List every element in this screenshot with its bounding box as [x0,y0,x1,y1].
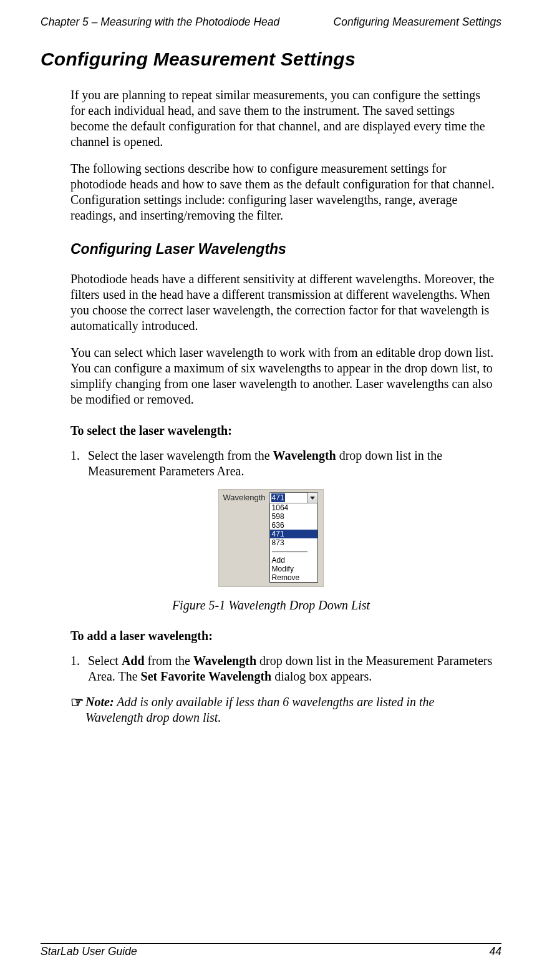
note-block: ☞ Note: Add is only available if less th… [70,694,495,725]
step-text-bold: Wavelength [273,449,336,462]
wavelength-action-add[interactable]: Add [270,556,317,565]
intro-paragraph-1: If you are planning to repeat similar me… [70,87,495,150]
note-body: Add is only available if less than 6 wav… [85,695,434,724]
pointing-hand-icon: ☞ [70,695,84,726]
step-text-bold: Wavelength [193,654,256,667]
section-title: Configuring Measurement Settings [41,49,501,70]
wavelength-action-remove[interactable]: Remove [270,573,317,582]
wavelength-dropdown-button[interactable] [308,492,318,503]
wavelength-option[interactable]: 873 [270,538,317,547]
step-text: Select [88,654,122,667]
procedure-heading-add: To add a laser wavelength: [70,629,501,643]
step-number: 1. [70,448,88,479]
wavelength-option[interactable]: 1064 [270,503,317,512]
wavelength-paragraph-2: You can select which laser wavelength to… [70,345,495,407]
note-label: Note: [85,695,114,709]
wavelength-option-separator: ------------------- [270,547,317,556]
subsection-title: Configuring Laser Wavelengths [70,241,501,258]
wavelength-label: Wavelength [223,492,265,503]
figure-wavelength-dropdown: Wavelength 471 1064 598 636 471 873 [41,489,501,587]
figure-caption: Figure 5-1 Wavelength Drop Down List [41,598,501,613]
wavelength-selected-value[interactable]: 471 [269,492,308,503]
footer-left: StarLab User Guide [41,945,137,958]
wavelength-combobox[interactable]: 471 [269,492,318,503]
step-text: from the [145,654,193,667]
wavelength-option[interactable]: 636 [270,521,317,530]
running-header: Chapter 5 – Measuring with the Photodiod… [41,16,501,29]
header-left: Chapter 5 – Measuring with the Photodiod… [41,16,279,29]
step-number: 1. [70,653,88,684]
step-text-bold: Set Favorite Wavelength [141,669,272,683]
step-select-1: 1. Select the laser wavelength from the … [70,448,495,479]
page-footer: StarLab User Guide 44 [0,943,542,958]
footer-page-number: 44 [490,945,501,958]
wavelength-action-modify[interactable]: Modify [270,565,317,573]
wavelength-dropdown-widget: Wavelength 471 1064 598 636 471 873 [218,489,323,587]
chevron-down-icon [310,497,315,500]
header-right: Configuring Measurement Settings [334,16,501,29]
step-text-bold: Add [122,654,145,667]
wavelength-paragraph-1: Photodiode heads have a different sensit… [70,271,495,334]
intro-paragraph-2: The following sections describe how to c… [70,161,495,223]
wavelength-option[interactable]: 598 [270,512,317,521]
step-add-1: 1. Select Add from the Wavelength drop d… [70,653,495,684]
wavelength-option-selected[interactable]: 471 [270,530,317,538]
wavelength-option-list[interactable]: 1064 598 636 471 873 -------------------… [269,503,318,583]
step-text-pre: Select the laser wavelength from the [88,449,273,462]
step-text: dialog box appears. [271,669,372,683]
procedure-heading-select: To select the laser wavelength: [70,424,501,438]
